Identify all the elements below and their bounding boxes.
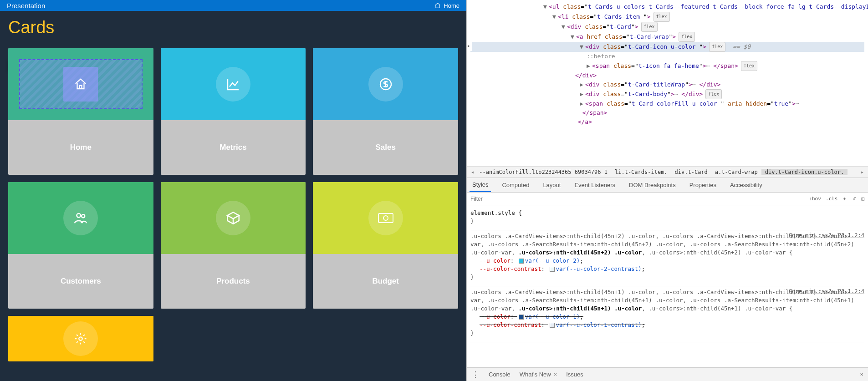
breadcrumb-next-icon[interactable]: ▸ [859, 169, 865, 175]
styles-tabs: Styles Computed Layout Event Listeners D… [467, 178, 868, 193]
elements-dom-tree[interactable]: ▼<ul class="t-Cards u-colors t-Cards--fe… [467, 0, 868, 166]
breadcrumb-item[interactable]: a.t-Card-wrap [711, 169, 761, 175]
chart-icon [226, 77, 240, 91]
drawer-tab-whatsnew[interactable]: What's New × [520, 371, 557, 378]
flex-badge[interactable]: flex [705, 89, 722, 99]
tab-layout[interactable]: Layout [540, 178, 563, 192]
breadcrumb-prev-icon[interactable]: ◂ [470, 169, 475, 175]
card-title: Metrics [220, 143, 247, 152]
card-metrics[interactable]: Metrics [161, 48, 306, 175]
drawer-close-icon[interactable]: × [860, 371, 863, 378]
color-swatch[interactable] [519, 315, 524, 320]
card-customers[interactable]: Customers [8, 182, 153, 309]
card-settings[interactable] [8, 316, 153, 361]
close-icon[interactable]: × [554, 371, 557, 378]
new-rule-icon[interactable]: ＋ [842, 195, 847, 202]
source-link[interactable]: Core.min.css?v=23.1.2:4 [789, 287, 864, 295]
card-title: Customers [61, 277, 101, 286]
home-icon [74, 77, 87, 91]
breadcrumb-item[interactable]: div.t-Card-icon.u-color. [761, 169, 848, 175]
card-products[interactable]: Products [161, 182, 306, 309]
home-nav-label: Home [444, 2, 460, 9]
box-icon [225, 210, 241, 226]
color-swatch[interactable] [519, 259, 524, 264]
card-budget[interactable]: Budget [313, 182, 458, 309]
card-title: Products [216, 277, 250, 286]
devtools-drawer: ⋮ Console What's New × Issues × [467, 367, 868, 381]
tab-event-listeners[interactable]: Event Listeners [572, 178, 618, 192]
flex-badge[interactable]: flex [741, 61, 757, 71]
flex-badge[interactable]: flex [641, 22, 658, 32]
home-icon [434, 2, 441, 9]
card-title: Budget [372, 277, 399, 286]
hov-toggle[interactable]: :hov [809, 196, 821, 202]
cards-grid: Home Metrics Sales Custome [8, 48, 458, 361]
flex-badge[interactable]: flex [654, 12, 670, 22]
element-style-block[interactable]: element.style { } [470, 207, 864, 230]
svg-point-4 [383, 216, 388, 220]
tab-dom-breakpoints[interactable]: DOM Breakpoints [626, 178, 679, 192]
page-title: Cards [8, 18, 458, 37]
dollar-icon [378, 77, 393, 91]
svg-rect-3 [378, 213, 393, 223]
tab-properties[interactable]: Properties [687, 178, 719, 192]
dom-selected-node[interactable]: ▼<div class="t-Card-icon u-color ">flex … [470, 42, 864, 52]
css-rule-block[interactable]: Core.min.css?v=23.1.2:4 .u-colors .a-Car… [470, 286, 864, 342]
dom-breadcrumb[interactable]: ◂ --animColorFill.lto223244365 69034796_… [467, 166, 868, 178]
breadcrumb-item[interactable]: li.t-Cards-item. [611, 169, 671, 175]
tab-computed[interactable]: Computed [499, 178, 532, 192]
card-sales[interactable]: Sales [313, 48, 458, 175]
users-icon [73, 210, 88, 226]
computed-toggle-icon[interactable]: ⫽ [852, 196, 857, 202]
inspect-highlight [19, 59, 143, 109]
flex-badge[interactable]: flex [709, 42, 725, 52]
svg-point-5 [79, 337, 83, 340]
breadcrumb-item[interactable]: --animColorFill.lto223244365 69034796_1 [475, 169, 611, 175]
tab-accessibility[interactable]: Accessibility [727, 178, 765, 192]
drawer-tab-issues[interactable]: Issues [566, 371, 583, 378]
css-rule-block[interactable]: Core.min.css?v=23.1.2:4 .u-colors .a-Car… [470, 230, 864, 286]
card-title: Home [70, 143, 92, 152]
page-body: Cards div.t-Card-icon.u-color 248.26 × 1… [0, 11, 466, 381]
styles-body[interactable]: element.style { } Core.min.css?v=23.1.2:… [467, 205, 868, 367]
sidebar-toggle-icon[interactable]: ◫ [861, 196, 864, 202]
styles-filter-bar: :hov .cls ＋ ⫽ ◫ [467, 193, 868, 205]
app-preview-pane: Presentation Home Cards div.t-Card-icon.… [0, 0, 466, 381]
source-link[interactable]: Core.min.css?v=23.1.2:4 [789, 231, 864, 239]
drawer-tab-console[interactable]: Console [489, 371, 511, 378]
money-icon [378, 213, 394, 224]
breadcrumb-item[interactable]: div.t-Card [671, 169, 711, 175]
tab-styles[interactable]: Styles [470, 178, 491, 192]
flex-badge[interactable]: flex [679, 32, 695, 42]
drawer-menu-icon[interactable]: ⋮ [471, 370, 480, 380]
color-swatch[interactable] [550, 267, 555, 272]
gear-icon [74, 332, 87, 345]
card-title: Sales [375, 143, 395, 152]
styles-filter-input[interactable] [470, 196, 809, 202]
card-home[interactable]: Home [8, 48, 153, 175]
svg-point-1 [77, 213, 81, 218]
svg-point-2 [82, 214, 85, 218]
app-header: Presentation Home [0, 0, 466, 11]
devtools-pane: ▼<ul class="t-Cards u-colors t-Cards--fe… [466, 0, 868, 381]
home-nav[interactable]: Home [434, 2, 460, 9]
cls-toggle[interactable]: .cls [826, 196, 838, 202]
app-title: Presentation [7, 2, 45, 10]
color-swatch[interactable] [550, 323, 555, 328]
